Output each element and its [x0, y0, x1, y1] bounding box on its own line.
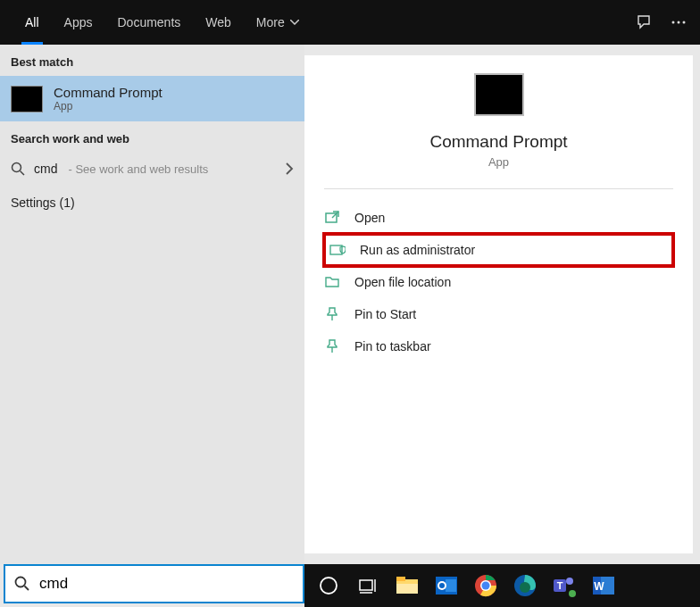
svg-line-9	[25, 586, 29, 591]
action-open[interactable]: Open	[324, 202, 673, 234]
svg-point-23	[482, 582, 490, 590]
result-subtitle: App	[54, 100, 162, 112]
svg-point-28	[566, 578, 573, 585]
chevron-down-icon	[290, 20, 299, 25]
result-title: Command Prompt	[54, 85, 162, 100]
search-icon	[14, 576, 30, 592]
svg-text:T: T	[557, 580, 563, 591]
svg-rect-11	[360, 580, 372, 590]
best-match-header: Best match	[0, 45, 304, 76]
command-prompt-icon	[474, 73, 524, 116]
tab-more[interactable]: More	[244, 0, 312, 45]
search-icon	[11, 162, 25, 176]
results-pane: Best match Command Prompt App Search wor…	[0, 45, 304, 564]
svg-text:W: W	[594, 580, 604, 593]
svg-rect-18	[446, 579, 456, 592]
svg-point-1	[678, 21, 680, 24]
svg-point-0	[672, 21, 675, 24]
svg-point-25	[520, 582, 530, 593]
chevron-right-icon	[285, 162, 294, 175]
svg-line-6	[332, 212, 338, 218]
best-match-result[interactable]: Command Prompt App	[0, 76, 304, 121]
preview-title: Command Prompt	[429, 132, 567, 152]
svg-rect-15	[396, 577, 405, 581]
outlook-icon[interactable]	[433, 572, 460, 599]
open-icon	[324, 210, 340, 226]
svg-point-8	[16, 578, 26, 587]
tab-web[interactable]: Web	[193, 0, 244, 45]
settings-category[interactable]: Settings (1)	[0, 185, 304, 220]
search-hint: - See work and web results	[68, 162, 208, 176]
action-label: Open	[354, 211, 385, 225]
feedback-icon[interactable]	[636, 13, 654, 31]
shield-admin-icon	[329, 242, 346, 258]
action-open-file-location[interactable]: Open file location	[324, 266, 673, 298]
svg-point-20	[439, 583, 445, 588]
word-icon[interactable]: W	[590, 572, 617, 599]
file-explorer-icon[interactable]	[394, 572, 421, 599]
teams-icon[interactable]: T	[551, 572, 578, 599]
svg-point-29	[569, 590, 576, 597]
search-web-header: Search work and web	[0, 121, 304, 153]
command-prompt-icon	[11, 86, 43, 112]
search-box[interactable]	[4, 564, 304, 603]
action-label: Run as administrator	[360, 243, 475, 257]
search-filter-tabs: All Apps Documents Web More	[0, 0, 700, 45]
preview-subtitle: App	[488, 155, 509, 169]
more-options-icon[interactable]	[670, 13, 688, 31]
task-view-icon[interactable]	[354, 572, 381, 599]
svg-rect-16	[396, 584, 418, 594]
action-run-as-administrator[interactable]: Run as administrator	[324, 234, 673, 266]
svg-point-2	[683, 21, 686, 24]
tab-apps[interactable]: Apps	[52, 0, 105, 45]
svg-point-10	[321, 578, 337, 594]
svg-line-4	[21, 171, 25, 176]
action-label: Pin to taskbar	[354, 339, 431, 353]
preview-pane: Command Prompt App Open Run as administr…	[304, 55, 693, 553]
edge-icon[interactable]	[512, 572, 538, 599]
pin-start-icon	[324, 306, 340, 322]
action-pin-to-taskbar[interactable]: Pin to taskbar	[324, 330, 673, 362]
svg-point-3	[12, 163, 21, 172]
tab-documents[interactable]: Documents	[104, 0, 193, 45]
chrome-icon[interactable]	[472, 572, 499, 599]
search-input[interactable]	[39, 575, 294, 593]
folder-icon	[324, 274, 340, 290]
taskbar: T W	[304, 564, 700, 607]
search-term: cmd	[34, 162, 57, 176]
action-label: Pin to Start	[354, 307, 416, 321]
action-pin-to-start[interactable]: Pin to Start	[324, 298, 673, 330]
search-web-result[interactable]: cmd - See work and web results	[0, 153, 304, 185]
tab-all[interactable]: All	[12, 0, 52, 45]
pin-taskbar-icon	[324, 338, 340, 354]
cortana-icon[interactable]	[315, 572, 342, 599]
action-label: Open file location	[354, 275, 451, 289]
